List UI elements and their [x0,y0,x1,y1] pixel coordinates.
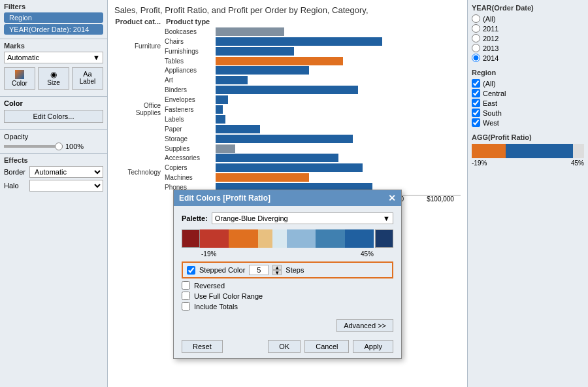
include-totals-row: Include Totals [182,302,393,311]
full-range-checkbox[interactable] [182,292,190,300]
x-tick-5: $100,000 [427,195,454,203]
binders-label: Binders [163,86,216,93]
steps-input[interactable] [249,265,269,275]
reversed-row: Reversed [182,281,393,290]
furniture-group: Furniture Bookcases Chairs Furnishings [114,27,461,65]
year-radio-2012[interactable] [472,34,480,42]
include-totals-checkbox[interactable] [182,302,190,311]
opacity-slider[interactable] [4,145,63,148]
region-option-west[interactable]: West [472,118,584,127]
border-dropdown[interactable]: Automatic [29,166,103,178]
year-radio-2011[interactable] [472,24,480,33]
year-section: YEAR(Order Date) (All) 2011 2012 2013 20… [472,4,584,62]
left-panel: Filters Region YEAR(Order Date): 2014 Ma… [0,0,108,387]
color-gradient [200,229,374,248]
col-header-1: Product cat... [114,18,163,25]
agg-orange-portion [472,144,506,158]
color-icon-btn[interactable]: Color [4,67,35,90]
steps-text-label: Steps [286,266,304,274]
ok-button[interactable]: OK [268,340,301,353]
include-totals-label: Include Totals [194,303,238,311]
year-option-all[interactable]: (All) [472,14,584,23]
year-radio-2013[interactable] [472,44,480,52]
agg-title: AGG(Profit Ratio) [472,133,584,141]
machines-label: Machines [163,174,216,181]
halo-dropdown[interactable] [29,180,103,192]
year-option-2013[interactable]: 2013 [472,44,584,52]
office-bars: Appliances Art Binders Envelopes [163,65,461,153]
region-checkbox-west[interactable] [472,118,480,127]
technology-label: Technology [114,169,163,176]
supplies-label: Supplies [163,145,216,152]
right-panel: YEAR(Order Date) (All) 2011 2012 2013 20… [467,0,588,387]
edit-colors-button[interactable]: Edit Colors... [4,110,103,123]
border-label: Border [4,168,27,176]
region-checkbox-south[interactable] [472,109,480,117]
agg-profit-bar [472,144,584,158]
dialog-footer: Reset OK Cancel Apply [174,336,401,358]
region-option-all[interactable]: (All) [472,79,584,88]
palette-dropdown[interactable]: Orange-Blue Diverging ▼ [212,212,393,224]
year-option-2012[interactable]: 2012 [472,34,584,42]
region-checkbox-central[interactable] [472,89,480,97]
furniture-bars: Bookcases Chairs Furnishings Tables [163,27,461,65]
year-radio-2014[interactable] [472,54,480,62]
full-range-label: Use Full Color Range [194,292,263,300]
left-color-swatch[interactable] [182,229,200,248]
tables-label: Tables [163,58,216,65]
office-supplies-group: OfficeSupplies Appliances Art Binders [114,65,461,153]
region-checkbox-east[interactable] [472,99,480,107]
region-option-east[interactable]: East [472,99,584,107]
agg-min-label: -19% [472,160,487,167]
marks-section: Marks Automatic ▼ Color ◉ Size Aa Label [0,39,107,96]
steps-up-button[interactable]: ▲ [272,265,282,270]
halo-label: Halo [4,182,27,190]
chart-title: Sales, Profit, Profit Ratio, and Profit … [108,0,467,18]
dialog-body: Palette: Orange-Blue Diverging ▼ [174,206,401,319]
color-range-labels: -19% 45% [182,250,393,258]
fasteners-label: Fasteners [163,106,216,113]
agg-section: AGG(Profit Ratio) -19% 45% [472,133,584,167]
advanced-button[interactable]: Advanced >> [336,319,393,332]
size-icon-btn[interactable]: ◉ Size [38,67,69,90]
label-icon-btn[interactable]: Aa Label [72,67,103,90]
marks-type-dropdown[interactable]: Automatic ▼ [4,52,103,63]
cancel-button[interactable]: Cancel [304,340,349,353]
stepped-color-checkbox[interactable] [187,266,195,275]
dialog-close-button[interactable]: ✕ [388,193,396,203]
agg-blue-portion [506,144,573,158]
region-option-south[interactable]: South [472,109,584,117]
palette-row: Palette: Orange-Blue Diverging ▼ [182,212,393,224]
region-option-central[interactable]: Central [472,89,584,97]
reversed-checkbox[interactable] [182,281,190,290]
right-color-swatch[interactable] [375,229,393,248]
reset-button[interactable]: Reset [182,340,223,353]
filter-region[interactable]: Region [4,12,103,23]
bar-chart: Furniture Bookcases Chairs Furnishings [108,25,467,193]
year-option-2011[interactable]: 2011 [472,24,584,33]
labels-label: Labels [163,116,216,123]
region-checkbox-group: (All) Central East South West [472,79,584,127]
filter-year[interactable]: YEAR(Order Date): 2014 [4,24,103,35]
region-checkbox-all[interactable] [472,79,480,88]
color-bar-row [182,229,393,248]
bookcases-label: Bookcases [163,28,216,35]
marks-icons: Color ◉ Size Aa Label [4,67,103,90]
agg-labels: -19% 45% [472,160,584,167]
color-section-title: Color [4,99,103,107]
technology-group: Technology Accessories Copiers Machines [114,153,461,192]
storage-label: Storage [163,135,216,143]
year-option-2014[interactable]: 2014 [472,54,584,62]
center-panel: Sales, Profit, Profit Ratio, and Profit … [108,0,467,387]
apply-button[interactable]: Apply [353,340,393,353]
filters-section: Filters Region YEAR(Order Date): 2014 [0,0,107,39]
color-section: Color Edit Colors... [0,96,107,130]
furniture-label: Furniture [114,42,163,50]
edit-colors-dialog: Edit Colors [Profit Ratio] ✕ Palette: Or… [173,190,402,359]
reversed-label: Reversed [194,282,225,290]
dialog-title-bar: Edit Colors [Profit Ratio] ✕ [174,190,401,206]
year-radio-all[interactable] [472,14,480,23]
steps-down-button[interactable]: ▼ [272,270,282,275]
copiers-label: Copiers [163,164,216,171]
envelopes-label: Envelopes [163,96,216,103]
